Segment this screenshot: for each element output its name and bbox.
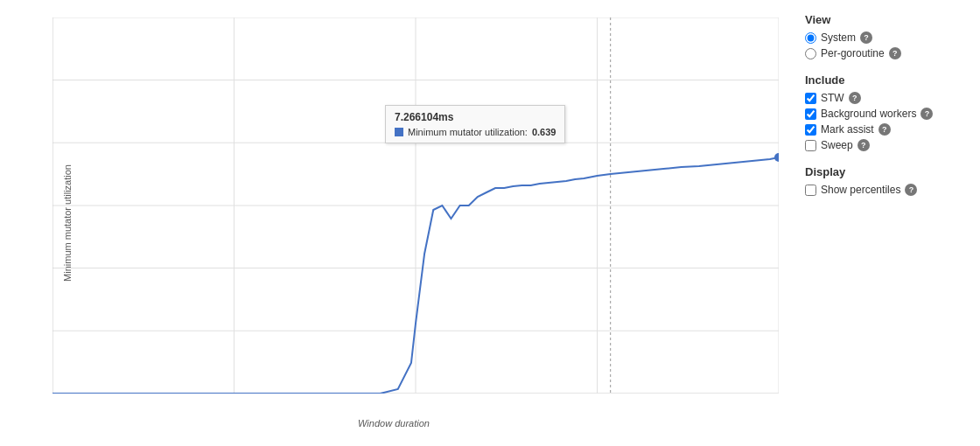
show-percentiles-help-icon[interactable]: ? (905, 184, 917, 196)
show-percentiles-option[interactable]: Show percentiles ? (805, 184, 962, 196)
data-point (774, 153, 779, 162)
sweep-checkbox[interactable] (805, 140, 816, 151)
stw-checkbox[interactable] (805, 93, 816, 104)
mark-assist-label: Mark assist (821, 123, 874, 136)
background-workers-help-icon[interactable]: ? (920, 108, 933, 120)
sweep-label: Sweep (821, 139, 853, 151)
background-workers-option[interactable]: Background workers ? (805, 108, 962, 120)
per-goroutine-option[interactable]: Per-goroutine ? (805, 47, 962, 59)
stw-help-icon[interactable]: ? (849, 92, 861, 104)
chart-area: Minimum mutator utilization Window durat… (0, 0, 788, 446)
per-goroutine-radio[interactable] (805, 48, 816, 59)
include-section-title: Include (805, 73, 962, 87)
system-label: System (821, 31, 856, 44)
mark-assist-help-icon[interactable]: ? (878, 123, 891, 136)
display-section-title: Display (805, 165, 962, 178)
per-goroutine-label: Per-goroutine (821, 47, 885, 59)
x-axis-label: Window duration (358, 418, 430, 429)
system-radio[interactable] (805, 32, 816, 44)
sweep-help-icon[interactable]: ? (858, 139, 870, 151)
chart-svg: 1.0 0.8 0.6 0.4 0.2 0.0 1μs 10μs 100μs 1… (52, 17, 779, 394)
sweep-option[interactable]: Sweep ? (805, 139, 962, 151)
mark-assist-checkbox[interactable] (805, 124, 816, 136)
include-section: Include STW ? Background workers ? Mark … (805, 73, 962, 151)
stw-option[interactable]: STW ? (805, 92, 962, 104)
show-percentiles-label: Show percentiles (821, 184, 900, 196)
system-option[interactable]: System ? (805, 31, 962, 44)
stw-label: STW (821, 92, 844, 104)
display-section: Display Show percentiles ? (805, 165, 962, 196)
view-section-title: View (805, 13, 962, 26)
mark-assist-option[interactable]: Mark assist ? (805, 123, 962, 136)
system-help-icon[interactable]: ? (860, 31, 872, 44)
view-section: View System ? Per-goroutine ? (805, 13, 962, 59)
show-percentiles-checkbox[interactable] (805, 185, 816, 196)
background-workers-label: Background workers (821, 108, 916, 120)
sidebar: View System ? Per-goroutine ? Include ST… (788, 0, 980, 446)
background-workers-checkbox[interactable] (805, 108, 816, 120)
per-goroutine-help-icon[interactable]: ? (889, 47, 901, 59)
